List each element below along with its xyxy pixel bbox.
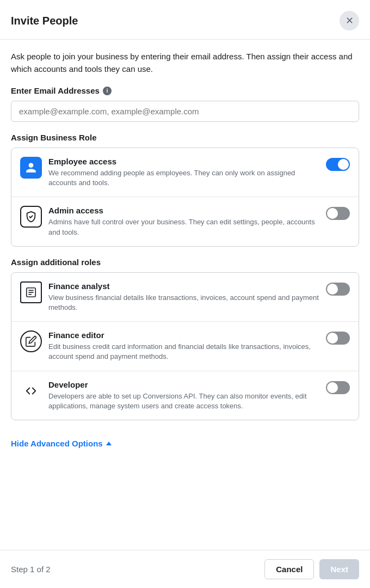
developer-name: Developer: [48, 380, 319, 389]
admin-role-desc: Admins have full control over your busin…: [48, 217, 319, 237]
finance-analyst-desc: View business financial details like tra…: [48, 293, 319, 313]
hide-advanced-label: Hide Advanced Options: [11, 439, 103, 448]
admin-role-content: Admin access Admins have full control ov…: [48, 206, 319, 237]
email-section-label: Enter Email Addresses i: [11, 86, 359, 95]
chevron-up-icon: [106, 442, 112, 445]
developer-item: Developer Developers are able to set up …: [11, 371, 359, 420]
additional-roles-box: Finance analyst View business financial …: [11, 272, 359, 420]
developer-toggle[interactable]: [326, 381, 350, 394]
next-button[interactable]: Next: [319, 559, 359, 579]
footer-buttons: Cancel Next: [264, 559, 359, 579]
close-icon: ✕: [346, 15, 354, 27]
info-icon[interactable]: i: [103, 87, 112, 95]
finance-analyst-toggle[interactable]: [326, 283, 350, 296]
employee-role-name: Employee access: [48, 157, 319, 166]
step-label: Step 1 of 2: [11, 565, 51, 574]
admin-role-name: Admin access: [48, 206, 319, 215]
invite-people-modal: Invite People ✕ Ask people to join your …: [0, 0, 370, 588]
employee-role-desc: We recommend adding people as employees.…: [48, 168, 319, 188]
modal-header: Invite People ✕: [0, 0, 370, 40]
business-roles-box: Employee access We recommend adding peop…: [11, 148, 359, 247]
finance-editor-desc: Edit business credit card information an…: [48, 342, 319, 362]
finance-editor-item: Finance editor Edit business credit card…: [11, 322, 359, 371]
finance-editor-icon: [20, 330, 42, 352]
admin-toggle[interactable]: [326, 207, 350, 220]
finance-analyst-icon: [20, 281, 42, 303]
finance-analyst-name: Finance analyst: [48, 281, 319, 291]
close-button[interactable]: ✕: [340, 11, 359, 30]
finance-analyst-toggle-container: [326, 281, 350, 296]
developer-icon: [20, 380, 42, 402]
finance-analyst-item: Finance analyst View business financial …: [11, 273, 359, 322]
developer-toggle-container: [326, 380, 350, 394]
finance-editor-name: Finance editor: [48, 330, 319, 340]
finance-editor-toggle[interactable]: [326, 332, 350, 345]
employee-toggle[interactable]: [326, 158, 350, 171]
hide-advanced-button[interactable]: Hide Advanced Options: [11, 431, 112, 456]
finance-analyst-content: Finance analyst View business financial …: [48, 281, 319, 313]
employee-role-content: Employee access We recommend adding peop…: [48, 157, 319, 188]
business-role-label: Assign Business Role: [11, 133, 359, 142]
additional-roles-label: Assign additional roles: [11, 258, 359, 267]
description-text: Ask people to join your business by ente…: [11, 51, 359, 75]
admin-toggle-container: [326, 206, 350, 220]
employee-role-item: Employee access We recommend adding peop…: [11, 148, 359, 197]
employee-icon: [20, 157, 42, 179]
finance-editor-toggle-container: [326, 330, 350, 345]
developer-desc: Developers are able to set up Conversion…: [48, 391, 319, 411]
employee-toggle-container: [326, 157, 350, 171]
developer-content: Developer Developers are able to set up …: [48, 380, 319, 411]
finance-editor-content: Finance editor Edit business credit card…: [48, 330, 319, 362]
admin-icon: [20, 206, 42, 228]
email-input[interactable]: [11, 101, 359, 122]
cancel-button[interactable]: Cancel: [264, 559, 314, 579]
admin-role-item: Admin access Admins have full control ov…: [11, 197, 359, 246]
modal-title: Invite People: [11, 15, 78, 27]
modal-footer: Step 1 of 2 Cancel Next: [0, 550, 370, 588]
modal-body: Ask people to join your business by ente…: [0, 40, 370, 550]
